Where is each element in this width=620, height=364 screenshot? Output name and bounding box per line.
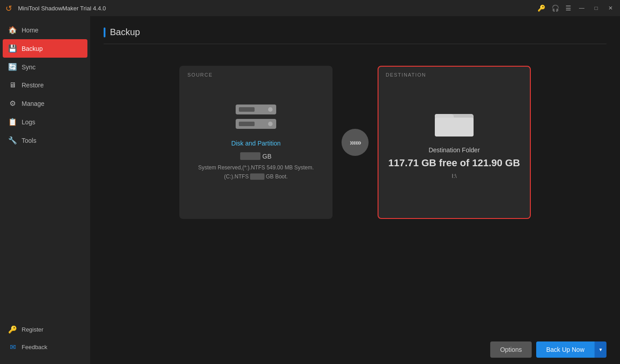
arrow-button[interactable]: »»» bbox=[342, 129, 369, 156]
register-icon: 🔑 bbox=[8, 325, 17, 334]
arrow-icon: »»» bbox=[350, 138, 360, 147]
app-body: 🏠 Home 💾 Backup 🔄 Sync 🖥 Restore ⚙ Manag… bbox=[0, 16, 620, 364]
sidebar-item-backup-label: Backup bbox=[22, 45, 43, 52]
minimize-button[interactable]: — bbox=[578, 4, 586, 12]
headphone-icon[interactable]: 🎧 bbox=[552, 5, 559, 12]
hamburger-icon[interactable]: ☰ bbox=[565, 5, 571, 12]
disk-icon-wrapper bbox=[233, 104, 278, 132]
destination-card-wrapper: DESTINATION Des bbox=[378, 66, 531, 219]
options-button[interactable]: Options bbox=[490, 341, 532, 358]
cards-area: SOURCE bbox=[104, 57, 606, 324]
sidebar-item-manage-label: Manage bbox=[22, 100, 45, 107]
destination-card[interactable]: DESTINATION Des bbox=[378, 66, 531, 219]
app-title: MiniTool ShadowMaker Trial 4.4.0 bbox=[18, 5, 538, 12]
backup-now-group: Back Up Now ▾ bbox=[536, 341, 606, 358]
disk-icon bbox=[233, 104, 278, 131]
page-title: Backup bbox=[110, 27, 140, 37]
sidebar-item-restore-label: Restore bbox=[22, 82, 44, 89]
titlebar: ↺ MiniTool ShadowMaker Trial 4.4.0 🔑 🎧 ☰… bbox=[0, 0, 620, 16]
sidebar-item-register-label: Register bbox=[22, 326, 43, 333]
restore-icon: 🖥 bbox=[8, 81, 17, 89]
sidebar: 🏠 Home 💾 Backup 🔄 Sync 🖥 Restore ⚙ Manag… bbox=[0, 16, 90, 364]
header-bar-accent bbox=[104, 27, 105, 37]
source-subtitle: Disk and Partition bbox=[231, 140, 281, 147]
source-card-wrapper: SOURCE bbox=[179, 66, 333, 219]
source-card[interactable]: SOURCE bbox=[179, 66, 333, 219]
home-icon: 🏠 bbox=[8, 26, 17, 34]
sidebar-item-logs[interactable]: 📋 Logs bbox=[0, 113, 90, 131]
sidebar-item-logs-label: Logs bbox=[22, 118, 35, 126]
sidebar-item-home-label: Home bbox=[22, 27, 38, 34]
destination-subtitle: Destination Folder bbox=[429, 146, 480, 154]
backup-now-dropdown-button[interactable]: ▾ bbox=[594, 341, 606, 358]
backup-icon: 💾 bbox=[8, 44, 17, 53]
app-logo-icon: ↺ bbox=[5, 4, 14, 13]
main-content: Backup SOURCE bbox=[90, 16, 620, 335]
sidebar-item-backup[interactable]: 💾 Backup bbox=[3, 39, 87, 58]
source-description: System Reserved,(*:).NTFS 549.00 MB Syst… bbox=[198, 164, 314, 181]
svg-rect-7 bbox=[435, 118, 474, 136]
folder-icon bbox=[434, 106, 474, 137]
close-button[interactable]: ✕ bbox=[606, 4, 615, 12]
source-label: SOURCE bbox=[187, 72, 213, 77]
tools-icon: 🔧 bbox=[8, 136, 17, 145]
sidebar-item-manage[interactable]: ⚙ Manage bbox=[0, 94, 90, 113]
svg-rect-1 bbox=[239, 107, 255, 112]
page-header: Backup bbox=[104, 27, 606, 44]
logs-icon: 📋 bbox=[8, 118, 17, 126]
sidebar-item-sync-label: Sync bbox=[22, 64, 36, 71]
sidebar-bottom: 🔑 Register ✉ Feedback bbox=[0, 321, 90, 364]
maximize-button[interactable]: □ bbox=[592, 4, 600, 12]
backup-now-button[interactable]: Back Up Now bbox=[536, 341, 594, 358]
sidebar-item-restore[interactable]: 🖥 Restore bbox=[0, 76, 90, 94]
source-size-row: ████ GB bbox=[240, 152, 271, 160]
svg-point-2 bbox=[268, 107, 273, 112]
titlebar-actions: 🔑 🎧 ☰ — □ ✕ bbox=[538, 4, 615, 12]
sidebar-item-sync[interactable]: 🔄 Sync bbox=[0, 58, 90, 76]
sidebar-item-feedback-label: Feedback bbox=[22, 344, 47, 350]
sidebar-item-home[interactable]: 🏠 Home bbox=[0, 21, 90, 39]
sidebar-item-tools-label: Tools bbox=[22, 137, 36, 144]
source-size-blurred: ████ bbox=[240, 152, 260, 160]
destination-path: I:\ bbox=[452, 173, 457, 179]
sidebar-nav: 🏠 Home 💾 Backup 🔄 Sync 🖥 Restore ⚙ Manag… bbox=[0, 21, 90, 321]
destination-free-size: 117.71 GB free of 121.90 GB bbox=[388, 157, 520, 169]
source-size-unit: GB bbox=[262, 153, 271, 160]
bottom-bar: Options Back Up Now ▾ bbox=[90, 335, 620, 364]
sidebar-item-feedback[interactable]: ✉ Feedback bbox=[0, 338, 90, 356]
key-icon[interactable]: 🔑 bbox=[538, 5, 545, 12]
feedback-icon: ✉ bbox=[8, 343, 17, 351]
manage-icon: ⚙ bbox=[8, 99, 17, 108]
destination-label: DESTINATION bbox=[386, 72, 426, 77]
svg-point-5 bbox=[268, 122, 273, 126]
sidebar-item-tools[interactable]: 🔧 Tools bbox=[0, 131, 90, 150]
svg-rect-4 bbox=[239, 122, 255, 126]
sidebar-item-register[interactable]: 🔑 Register bbox=[0, 321, 90, 338]
folder-icon-wrapper bbox=[434, 106, 474, 139]
sync-icon: 🔄 bbox=[8, 63, 17, 71]
